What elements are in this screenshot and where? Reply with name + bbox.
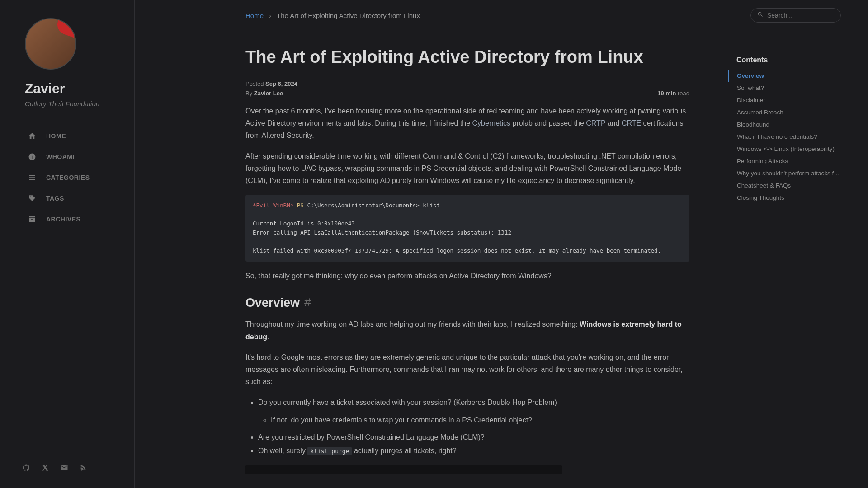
search-icon [757,11,764,19]
breadcrumb-home[interactable]: Home [245,12,264,19]
site-title[interactable]: Zavier [25,81,134,96]
archive-icon [27,214,37,224]
list-item: Do you currently have a ticket associate… [258,396,689,409]
image-placeholder [245,465,562,474]
page-title: The Art of Exploiting Active Directory f… [245,47,689,67]
post-date: Sep 6, 2024 [265,80,297,87]
nav-label: WHOAMI [46,153,75,160]
nav-whoami[interactable]: i WHOAMI [0,146,134,167]
meta-author-row: By Zavier Lee 19 min read [245,90,689,97]
list-item: Are you restricted by PowerShell Constra… [258,431,689,444]
info-icon: i [27,152,37,162]
mail-icon[interactable] [60,463,69,472]
anchor-hash-icon[interactable]: # [304,296,311,310]
paragraph: Throughout my time working on AD labs an… [245,318,689,343]
list-icon [27,173,37,183]
tag-icon [27,193,37,203]
by-label: By [245,90,252,97]
chevron-right-icon: › [269,12,271,19]
toc-item[interactable]: So, what? [728,82,841,94]
list-item: Oh well, surely klist purge actually pur… [258,444,689,458]
paragraph: After spending considerable time working… [245,150,689,187]
nav-home[interactable]: HOME [0,126,134,146]
toc-item[interactable]: What if I have no credentials? [728,131,841,143]
heading-overview: Overview # [245,296,689,310]
link-crte[interactable]: CRTE [622,119,641,127]
toc-item[interactable]: Closing Thoughts [728,192,841,204]
avatar[interactable] [25,18,76,70]
bullet-list: Do you currently have a ticket associate… [258,396,689,458]
nav-label: TAGS [46,195,64,202]
nav-categories[interactable]: CATEGORIES [0,167,134,188]
breadcrumb: Home › The Art of Exploiting Active Dire… [245,12,420,19]
github-icon[interactable] [22,463,31,472]
code-block: *Evil-WinRM* PS C:\Users\Administrator\D… [245,195,689,262]
search-box[interactable] [750,8,841,23]
toc-item[interactable]: Disclaimer [728,94,841,106]
toc-item[interactable]: Assumed Breach [728,106,841,118]
toc-item[interactable]: Overview [728,70,841,82]
toc-title: Contents [728,54,841,70]
rss-icon[interactable] [79,463,88,472]
toc-item[interactable]: Windows <-> Linux (Interoperability) [728,143,841,155]
inline-code: klist purge [307,447,352,455]
toc-item[interactable]: Performing Attacks [728,155,841,167]
nav-label: ARCHIVES [46,216,80,223]
link-crtp[interactable]: CRTP [586,119,605,127]
breadcrumb-current: The Art of Exploiting Active Directory f… [277,12,420,19]
link-cybernetics[interactable]: Cybernetics [472,119,510,127]
posted-label: Posted [245,80,264,87]
social-row [0,463,134,479]
x-twitter-icon[interactable] [41,463,50,472]
nav-label: HOME [46,132,66,140]
nav-archives[interactable]: ARCHIVES [0,209,134,230]
author-name: Zavier Lee [254,90,283,97]
nav-tags[interactable]: TAGS [0,188,134,209]
meta-posted-row: Posted Sep 6, 2024 [245,80,689,87]
paragraph: It's hard to Google most errors as they … [245,351,689,388]
nav-label: CATEGORIES [46,174,90,181]
list-item: If not, do you have credentials to wrap … [271,413,689,427]
toc-item[interactable]: Why you shouldn't perform attacks fro… [728,167,841,179]
site-subtitle: Cutlery Theft Foundation [25,100,134,108]
search-input[interactable] [767,12,834,19]
read-label: read [676,90,689,97]
topbar: Home › The Art of Exploiting Active Dire… [135,8,868,23]
read-time: 19 min [657,90,676,97]
main: Home › The Art of Exploiting Active Dire… [135,0,868,488]
toc-item[interactable]: Bloodhound [728,118,841,131]
toc-item[interactable]: Cheatsheet & FAQs [728,179,841,192]
primary-nav: HOME i WHOAMI CATEGORIES TAGS ARCHIVES [0,126,134,463]
paragraph: So, that really got me thinking: why do … [245,270,689,282]
avatar-wrap [25,18,134,70]
sidebar: Zavier Cutlery Theft Foundation HOME i W… [0,0,135,488]
svg-text:i: i [31,154,33,160]
paragraph: Over the past 6 months, I've been focusi… [245,105,689,142]
table-of-contents: Contents OverviewSo, what?DisclaimerAssu… [728,54,841,204]
home-icon [27,131,37,141]
